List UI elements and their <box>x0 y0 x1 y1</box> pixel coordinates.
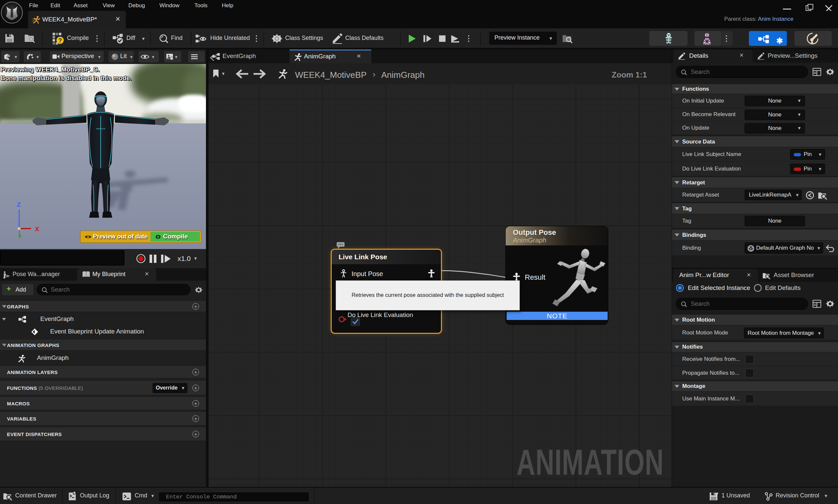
svg-text:X: X <box>35 226 39 233</box>
svg-text:Z: Z <box>17 201 21 208</box>
svg-text:*: * <box>716 492 718 497</box>
svg-text:?: ? <box>58 37 62 44</box>
svg-text:OptiTrack: OptiTrack <box>96 128 105 130</box>
